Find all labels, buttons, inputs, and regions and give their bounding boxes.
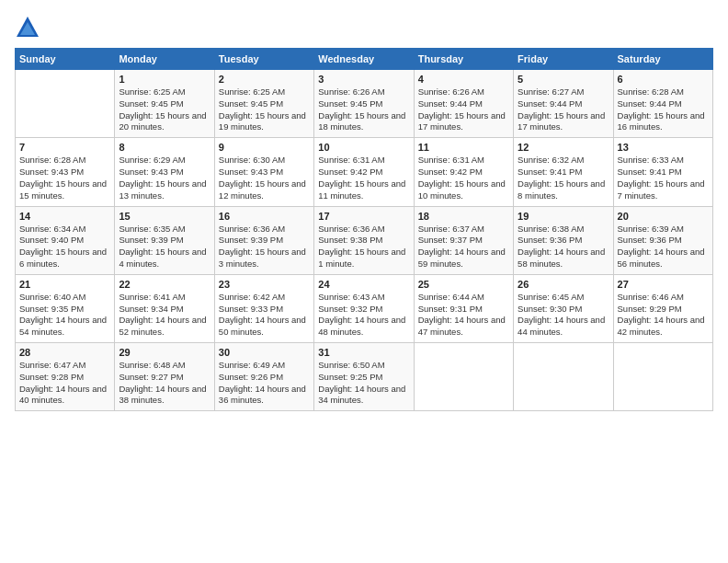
calendar-cell: 1Sunrise: 6:25 AM Sunset: 9:45 PM Daylig… xyxy=(115,70,214,138)
calendar-week-row: 7Sunrise: 6:28 AM Sunset: 9:43 PM Daylig… xyxy=(16,138,713,206)
calendar-week-row: 1Sunrise: 6:25 AM Sunset: 9:45 PM Daylig… xyxy=(16,70,713,138)
calendar-cell: 9Sunrise: 6:30 AM Sunset: 9:43 PM Daylig… xyxy=(214,138,313,206)
day-number: 24 xyxy=(318,279,409,290)
calendar-cell: 2Sunrise: 6:25 AM Sunset: 9:45 PM Daylig… xyxy=(214,70,313,138)
day-number: 9 xyxy=(219,142,310,153)
day-number: 25 xyxy=(418,279,509,290)
day-number: 17 xyxy=(318,211,409,222)
day-number: 27 xyxy=(618,279,709,290)
day-number: 7 xyxy=(19,142,110,153)
day-info: Sunrise: 6:25 AM Sunset: 9:45 PM Dayligh… xyxy=(219,86,310,133)
day-info: Sunrise: 6:44 AM Sunset: 9:31 PM Dayligh… xyxy=(418,292,509,339)
logo xyxy=(15,15,44,40)
calendar-cell: 23Sunrise: 6:42 AM Sunset: 9:33 PM Dayli… xyxy=(214,274,313,342)
day-info: Sunrise: 6:25 AM Sunset: 9:45 PM Dayligh… xyxy=(119,86,210,133)
calendar-cell: 27Sunrise: 6:46 AM Sunset: 9:29 PM Dayli… xyxy=(613,274,712,342)
calendar-cell: 18Sunrise: 6:37 AM Sunset: 9:37 PM Dayli… xyxy=(414,206,513,274)
day-info: Sunrise: 6:27 AM Sunset: 9:44 PM Dayligh… xyxy=(518,86,609,133)
day-number: 6 xyxy=(618,74,709,85)
header xyxy=(15,15,713,40)
calendar-day-header: Thursday xyxy=(414,49,513,70)
calendar-cell: 31Sunrise: 6:50 AM Sunset: 9:25 PM Dayli… xyxy=(314,343,414,411)
day-info: Sunrise: 6:46 AM Sunset: 9:29 PM Dayligh… xyxy=(618,292,709,339)
day-info: Sunrise: 6:26 AM Sunset: 9:45 PM Dayligh… xyxy=(318,86,409,133)
calendar-cell: 13Sunrise: 6:33 AM Sunset: 9:41 PM Dayli… xyxy=(613,138,712,206)
calendar-cell: 8Sunrise: 6:29 AM Sunset: 9:43 PM Daylig… xyxy=(115,138,214,206)
day-number: 8 xyxy=(119,142,210,153)
calendar-cell: 15Sunrise: 6:35 AM Sunset: 9:39 PM Dayli… xyxy=(115,206,214,274)
day-number: 14 xyxy=(19,211,110,222)
day-info: Sunrise: 6:40 AM Sunset: 9:35 PM Dayligh… xyxy=(19,292,110,339)
calendar-cell: 5Sunrise: 6:27 AM Sunset: 9:44 PM Daylig… xyxy=(514,70,613,138)
logo-icon xyxy=(15,15,40,40)
calendar-cell: 17Sunrise: 6:36 AM Sunset: 9:38 PM Dayli… xyxy=(314,206,414,274)
calendar-cell: 16Sunrise: 6:36 AM Sunset: 9:39 PM Dayli… xyxy=(214,206,313,274)
day-info: Sunrise: 6:49 AM Sunset: 9:26 PM Dayligh… xyxy=(219,360,310,407)
day-info: Sunrise: 6:36 AM Sunset: 9:39 PM Dayligh… xyxy=(219,224,310,270)
day-number: 28 xyxy=(19,347,110,358)
calendar-cell: 11Sunrise: 6:31 AM Sunset: 9:42 PM Dayli… xyxy=(414,138,513,206)
day-number: 26 xyxy=(518,279,609,290)
calendar-cell xyxy=(514,343,613,411)
day-number: 19 xyxy=(518,211,609,222)
day-number: 10 xyxy=(318,142,409,153)
day-info: Sunrise: 6:45 AM Sunset: 9:30 PM Dayligh… xyxy=(518,292,609,339)
day-info: Sunrise: 6:43 AM Sunset: 9:32 PM Dayligh… xyxy=(318,292,409,339)
calendar-cell: 22Sunrise: 6:41 AM Sunset: 9:34 PM Dayli… xyxy=(115,274,214,342)
day-number: 22 xyxy=(119,279,210,290)
day-number: 21 xyxy=(19,279,110,290)
day-number: 11 xyxy=(418,142,509,153)
day-info: Sunrise: 6:48 AM Sunset: 9:27 PM Dayligh… xyxy=(119,360,210,407)
day-info: Sunrise: 6:28 AM Sunset: 9:43 PM Dayligh… xyxy=(19,155,110,201)
day-info: Sunrise: 6:31 AM Sunset: 9:42 PM Dayligh… xyxy=(418,155,509,201)
day-number: 15 xyxy=(119,211,210,222)
calendar-cell: 7Sunrise: 6:28 AM Sunset: 9:43 PM Daylig… xyxy=(16,138,115,206)
day-info: Sunrise: 6:41 AM Sunset: 9:34 PM Dayligh… xyxy=(119,292,210,339)
day-number: 29 xyxy=(119,347,210,358)
day-number: 13 xyxy=(618,142,709,153)
calendar-table: SundayMondayTuesdayWednesdayThursdayFrid… xyxy=(15,48,713,411)
calendar-cell: 25Sunrise: 6:44 AM Sunset: 9:31 PM Dayli… xyxy=(414,274,513,342)
calendar-header-row: SundayMondayTuesdayWednesdayThursdayFrid… xyxy=(16,49,713,70)
day-number: 23 xyxy=(219,279,310,290)
day-info: Sunrise: 6:34 AM Sunset: 9:40 PM Dayligh… xyxy=(19,224,110,270)
day-number: 12 xyxy=(518,142,609,153)
day-number: 20 xyxy=(618,211,709,222)
day-number: 30 xyxy=(219,347,310,358)
calendar-day-header: Saturday xyxy=(613,49,712,70)
calendar-cell: 30Sunrise: 6:49 AM Sunset: 9:26 PM Dayli… xyxy=(214,343,313,411)
calendar-cell xyxy=(16,70,115,138)
calendar-cell: 14Sunrise: 6:34 AM Sunset: 9:40 PM Dayli… xyxy=(16,206,115,274)
calendar-cell xyxy=(613,343,712,411)
calendar-day-header: Wednesday xyxy=(314,49,414,70)
day-info: Sunrise: 6:36 AM Sunset: 9:38 PM Dayligh… xyxy=(318,224,409,270)
calendar-cell: 10Sunrise: 6:31 AM Sunset: 9:42 PM Dayli… xyxy=(314,138,414,206)
day-info: Sunrise: 6:32 AM Sunset: 9:41 PM Dayligh… xyxy=(518,155,609,201)
calendar-week-row: 21Sunrise: 6:40 AM Sunset: 9:35 PM Dayli… xyxy=(16,274,713,342)
day-info: Sunrise: 6:35 AM Sunset: 9:39 PM Dayligh… xyxy=(119,224,210,270)
page-container: SundayMondayTuesdayWednesdayThursdayFrid… xyxy=(0,0,728,420)
calendar-cell: 20Sunrise: 6:39 AM Sunset: 9:36 PM Dayli… xyxy=(613,206,712,274)
day-number: 4 xyxy=(418,74,509,85)
day-number: 16 xyxy=(219,211,310,222)
day-info: Sunrise: 6:42 AM Sunset: 9:33 PM Dayligh… xyxy=(219,292,310,339)
day-number: 31 xyxy=(318,347,409,358)
day-info: Sunrise: 6:26 AM Sunset: 9:44 PM Dayligh… xyxy=(418,86,509,133)
day-info: Sunrise: 6:29 AM Sunset: 9:43 PM Dayligh… xyxy=(119,155,210,201)
calendar-week-row: 14Sunrise: 6:34 AM Sunset: 9:40 PM Dayli… xyxy=(16,206,713,274)
day-info: Sunrise: 6:33 AM Sunset: 9:41 PM Dayligh… xyxy=(618,155,709,201)
day-number: 18 xyxy=(418,211,509,222)
calendar-cell: 19Sunrise: 6:38 AM Sunset: 9:36 PM Dayli… xyxy=(514,206,613,274)
calendar-cell: 3Sunrise: 6:26 AM Sunset: 9:45 PM Daylig… xyxy=(314,70,414,138)
day-number: 2 xyxy=(219,74,310,85)
day-info: Sunrise: 6:30 AM Sunset: 9:43 PM Dayligh… xyxy=(219,155,310,201)
calendar-day-header: Monday xyxy=(115,49,214,70)
calendar-day-header: Tuesday xyxy=(214,49,313,70)
day-info: Sunrise: 6:38 AM Sunset: 9:36 PM Dayligh… xyxy=(518,224,609,270)
day-info: Sunrise: 6:39 AM Sunset: 9:36 PM Dayligh… xyxy=(618,224,709,270)
calendar-day-header: Sunday xyxy=(16,49,115,70)
day-number: 5 xyxy=(518,74,609,85)
calendar-cell xyxy=(414,343,513,411)
day-info: Sunrise: 6:50 AM Sunset: 9:25 PM Dayligh… xyxy=(318,360,409,407)
calendar-cell: 29Sunrise: 6:48 AM Sunset: 9:27 PM Dayli… xyxy=(115,343,214,411)
